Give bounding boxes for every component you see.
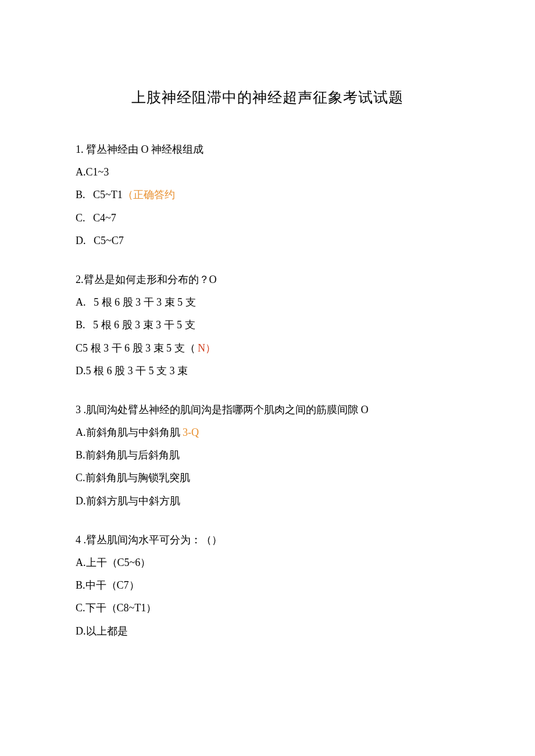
option-prefix: B.: [76, 449, 85, 461]
option-prefix: A.: [76, 166, 86, 178]
option-text: C1~3: [86, 166, 109, 178]
option-prefix: C.: [76, 602, 85, 614]
option-text: 5 根 6 股 3 干 3 束 5 支: [94, 296, 196, 308]
option-highlight: N）: [198, 342, 216, 354]
option-prefix: D.: [76, 365, 86, 377]
option-text: 5 根 6 股 3 干 5 支 3 束: [86, 365, 188, 377]
question: 4 .臂丛肌间沟水平可分为：（）A.上干（C5~6）B.中干（C7）C.下干（C…: [76, 533, 459, 639]
questions-container: 1. 臂丛神经由 O 神经根组成A.C1~3B. C5~T1（正确答约C. C4…: [76, 142, 459, 639]
question-text: 4 .臂丛肌间沟水平可分为：（）: [76, 533, 459, 547]
option-prefix: B.: [76, 579, 85, 591]
option-text: C5~C7: [94, 235, 124, 246]
option-highlight: 3-Q: [183, 427, 199, 438]
question: 1. 臂丛神经由 O 神经根组成A.C1~3B. C5~T1（正确答约C. C4…: [76, 142, 459, 248]
question-text: 1. 臂丛神经由 O 神经根组成: [76, 142, 459, 157]
option: B.前斜角肌与后斜角肌: [76, 448, 459, 463]
option: B. C5~T1（正确答约: [76, 188, 459, 202]
option-text: 前斜方肌与中斜方肌: [86, 495, 180, 507]
option: A.C1~3: [76, 165, 459, 180]
option: D.前斜方肌与中斜方肌: [76, 494, 459, 508]
option-text: C4~7: [93, 212, 116, 224]
option-text: 下干（C8~T1）: [85, 602, 157, 614]
option-prefix: B.: [76, 319, 93, 331]
option-prefix: D.: [76, 625, 86, 637]
option-text: 以上都是: [86, 625, 128, 637]
option: D.以上都是: [76, 624, 459, 639]
option-text: 上干（C5~6）: [86, 557, 151, 568]
option: A.前斜角肌与中斜角肌 3-Q: [76, 425, 459, 440]
option-text: C5~T1: [93, 189, 123, 200]
option: B.中干（C7）: [76, 578, 459, 593]
option: D. C5~C7: [76, 234, 459, 248]
option-text: C5 根 3 干 6 股 3 束 5 支（: [76, 342, 198, 354]
option-prefix: C.: [76, 472, 85, 483]
option-prefix: A.: [76, 296, 94, 308]
option-text: 5 根 6 股 3 束 3 干 5 支: [93, 319, 195, 331]
option-text: 中干（C7）: [85, 579, 140, 591]
question: 2.臂丛是如何走形和分布的？OA. 5 根 6 股 3 干 3 束 5 支B. …: [76, 273, 459, 378]
option-text: 前斜角肌与后斜角肌: [85, 449, 180, 461]
option-prefix: B.: [76, 189, 93, 200]
question-text: 2.臂丛是如何走形和分布的？O: [76, 273, 459, 287]
option: C.下干（C8~T1）: [76, 601, 459, 615]
option-prefix: A.: [76, 557, 86, 568]
option-prefix: D.: [76, 235, 94, 246]
option: C.前斜角肌与胸锁乳突肌: [76, 471, 459, 485]
option-text: 前斜角肌与中斜角肌: [86, 427, 183, 438]
question-text: 3 .肌间沟处臂丛神经的肌间沟是指哪两个肌肉之间的筋膜间隙 O: [76, 403, 459, 417]
option: B. 5 根 6 股 3 束 3 干 5 支: [76, 318, 459, 332]
option: A.上干（C5~6）: [76, 556, 459, 570]
option: C5 根 3 干 6 股 3 束 5 支（ N）: [76, 341, 459, 356]
option: A. 5 根 6 股 3 干 3 束 5 支: [76, 295, 459, 310]
option-prefix: C.: [76, 212, 93, 224]
option-text: 前斜角肌与胸锁乳突肌: [85, 472, 190, 483]
question: 3 .肌间沟处臂丛神经的肌间沟是指哪两个肌肉之间的筋膜间隙 OA.前斜角肌与中斜…: [76, 403, 459, 508]
page-title: 上肢神经阻滞中的神经超声征象考试试题: [76, 87, 459, 108]
option: C. C4~7: [76, 211, 459, 225]
option: D.5 根 6 股 3 干 5 支 3 束: [76, 364, 459, 378]
option-prefix: D.: [76, 495, 86, 507]
option-prefix: A.: [76, 427, 86, 438]
option-highlight: （正确答约: [123, 189, 175, 200]
